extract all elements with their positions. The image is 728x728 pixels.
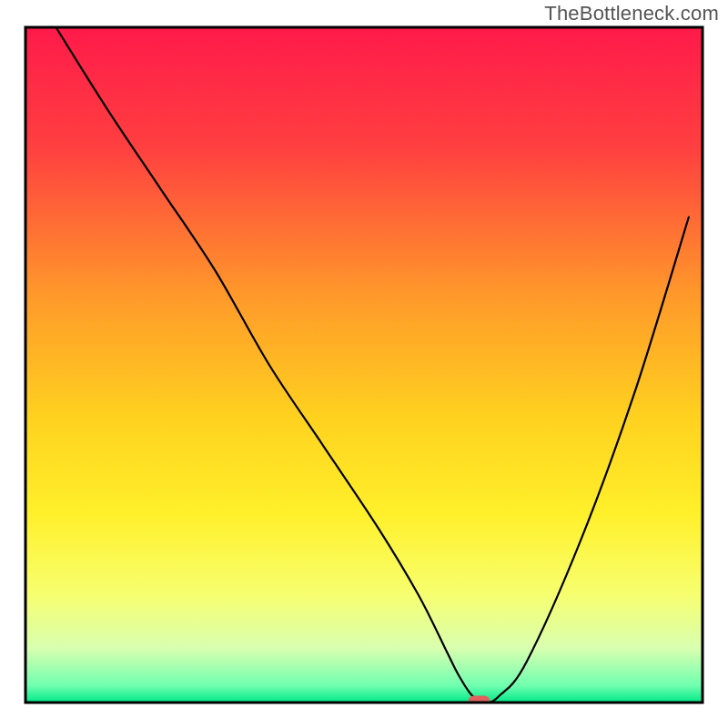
bottleneck-chart (0, 0, 728, 728)
chart-background-gradient (25, 27, 703, 703)
